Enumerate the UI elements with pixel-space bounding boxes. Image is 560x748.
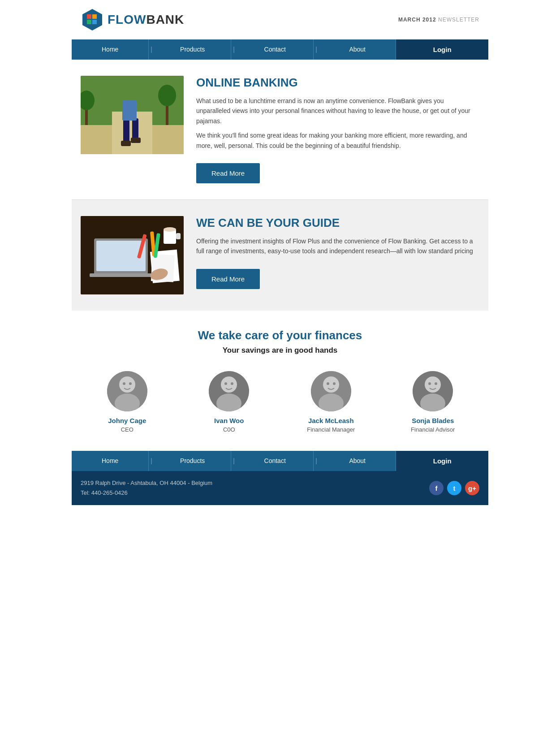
team-member-2: Jack McLeash Financial Manager xyxy=(295,371,367,433)
team-member-0: Johny Cage CEO xyxy=(91,371,163,433)
svg-point-36 xyxy=(221,376,237,393)
member-name-1: Ivan Woo xyxy=(193,417,265,424)
svg-point-46 xyxy=(425,376,441,393)
svg-rect-12 xyxy=(122,100,137,121)
section-online-banking: ONLINE BANKING What used to be a lunchti… xyxy=(72,60,488,199)
section2-content: WE CAN BE YOUR GUIDE Offering the invest… xyxy=(196,216,479,289)
svg-rect-4 xyxy=(92,20,97,24)
member-name-0: Johny Cage xyxy=(91,417,163,424)
nav-login[interactable]: Login xyxy=(396,39,488,60)
section1-read-more[interactable]: Read More xyxy=(196,163,260,183)
section-guide: WE CAN BE YOUR GUIDE Offering the invest… xyxy=(72,200,488,311)
googleplus-icon[interactable]: g+ xyxy=(465,481,479,495)
svg-point-41 xyxy=(323,376,339,393)
footer-nav-sep-3: | xyxy=(314,451,319,471)
footer-nav-products[interactable]: Products xyxy=(154,451,231,471)
team-subtitle: Your savings are in good hands xyxy=(81,346,479,355)
team-title: We take care of your finances xyxy=(81,329,479,342)
svg-point-33 xyxy=(123,382,125,385)
svg-rect-20 xyxy=(90,273,152,277)
svg-point-43 xyxy=(327,382,329,385)
member-role-2: Financial Manager xyxy=(295,426,367,433)
nav-sep-1: | xyxy=(149,39,154,60)
team-member-3: Sonja Blades Financial Advisor xyxy=(397,371,469,433)
svg-rect-2 xyxy=(92,14,97,19)
facebook-icon[interactable]: f xyxy=(429,481,444,495)
member-name-3: Sonja Blades xyxy=(397,417,469,424)
section1-body2: We think you'll find some great ideas fo… xyxy=(196,130,479,151)
svg-point-28 xyxy=(164,227,176,232)
footer-nav-login[interactable]: Login xyxy=(396,451,488,471)
logo-text: FLOWBANK xyxy=(108,13,184,27)
member-name-2: Jack McLeash xyxy=(295,417,367,424)
section1-body1: What used to be a lunchtime errand is no… xyxy=(196,96,479,126)
section1-image xyxy=(81,76,184,154)
member-role-0: CEO xyxy=(91,426,163,433)
member-role-1: C0O xyxy=(193,426,265,433)
member-role-3: Financial Advisor xyxy=(397,426,469,433)
nav-about[interactable]: About xyxy=(319,39,396,60)
logo: FLOWBANK xyxy=(81,8,184,31)
team-members: Johny Cage CEO Ivan Woo C0O xyxy=(81,371,479,433)
svg-point-16 xyxy=(158,85,176,106)
footer-nav: Home | Products | Contact | About Login xyxy=(72,451,488,471)
nav-products[interactable]: Products xyxy=(154,39,231,60)
svg-point-44 xyxy=(333,382,336,385)
newsletter-label: MARCH 2012 NEWSLETTER xyxy=(398,17,479,23)
svg-point-49 xyxy=(435,382,437,385)
avatar-1 xyxy=(209,371,249,411)
svg-rect-29 xyxy=(176,233,181,239)
team-section: We take care of your finances Your savin… xyxy=(72,311,488,451)
svg-point-39 xyxy=(231,382,233,385)
footer-bottom: 2919 Ralph Drive - Ashtabula, OH 44004 -… xyxy=(72,471,488,505)
svg-rect-8 xyxy=(123,118,129,143)
nav-sep-3: | xyxy=(314,39,319,60)
section2-title: WE CAN BE YOUR GUIDE xyxy=(196,216,479,230)
footer-nav-sep-1: | xyxy=(149,451,154,471)
twitter-icon[interactable]: t xyxy=(447,481,461,495)
svg-rect-1 xyxy=(87,14,91,19)
avatar-2 xyxy=(311,371,351,411)
section1-content: ONLINE BANKING What used to be a lunchti… xyxy=(196,76,479,183)
svg-point-48 xyxy=(428,382,431,385)
team-member-1: Ivan Woo C0O xyxy=(193,371,265,433)
social-icons: f t g+ xyxy=(429,481,479,495)
section2-body: Offering the investment insights of Flow… xyxy=(196,236,479,256)
svg-point-38 xyxy=(224,382,227,385)
nav-sep-2: | xyxy=(231,39,237,60)
footer-nav-sep-2: | xyxy=(231,451,237,471)
nav-contact[interactable]: Contact xyxy=(237,39,314,60)
section1-title: ONLINE BANKING xyxy=(196,76,479,90)
avatar-0 xyxy=(107,371,147,411)
footer-nav-contact[interactable]: Contact xyxy=(237,451,314,471)
svg-point-34 xyxy=(129,382,132,385)
top-nav: Home | Products | Contact | About Login xyxy=(72,39,488,60)
svg-point-31 xyxy=(119,376,135,393)
section2-read-more[interactable]: Read More xyxy=(196,269,260,289)
section2-image xyxy=(81,216,184,294)
svg-rect-11 xyxy=(131,138,141,143)
page-header: FLOWBANK MARCH 2012 NEWSLETTER xyxy=(72,0,488,39)
svg-rect-3 xyxy=(87,20,91,24)
footer-address: 2919 Ralph Drive - Ashtabula, OH 44004 -… xyxy=(81,478,212,498)
nav-home[interactable]: Home xyxy=(72,39,149,60)
footer-nav-about[interactable]: About xyxy=(319,451,396,471)
logo-icon xyxy=(81,8,104,31)
avatar-3 xyxy=(413,371,453,411)
svg-rect-10 xyxy=(121,141,131,146)
footer-nav-home[interactable]: Home xyxy=(72,451,149,471)
